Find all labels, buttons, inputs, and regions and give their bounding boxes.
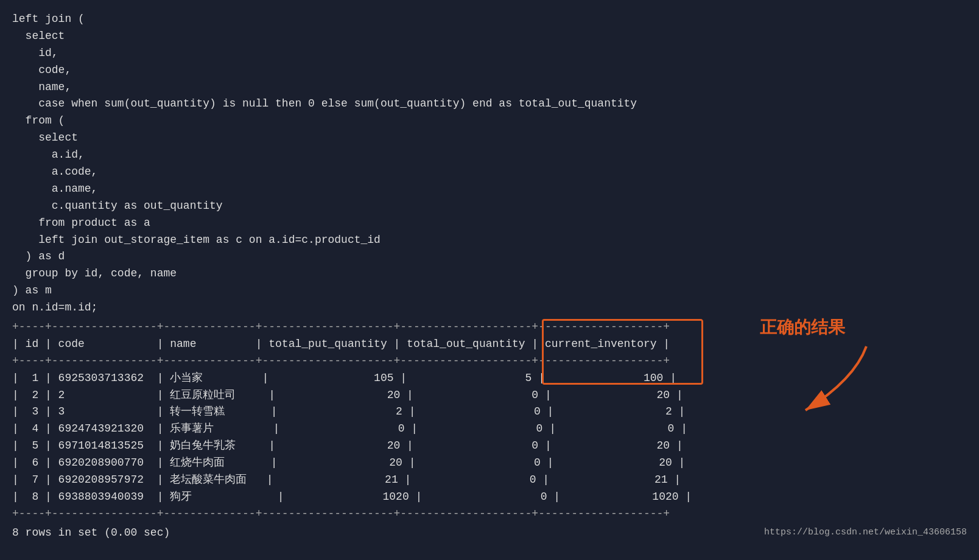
annotation-label: 正确的结果 (760, 316, 845, 339)
code-section: left join ( select id, code, name, case … (0, 6, 979, 319)
footer-url: https://blog.csdn.net/weixin_43606158 (764, 527, 967, 537)
code-line-6: case when sum(out_quantity) is null then… (12, 96, 967, 113)
code-line-12: c.quantity as out_quantity (12, 198, 967, 215)
code-line-13: from product as a (12, 215, 967, 232)
code-line-11: a.name, (12, 181, 967, 198)
code-line-4: code, (12, 62, 967, 79)
code-line-7: from ( (12, 113, 967, 130)
footer-status: 8 rows in set (0.00 sec) (12, 527, 170, 539)
code-line-3: id, (12, 45, 967, 62)
table-row: | 8 | 6938803940039 | 狗牙 | 1020 | 0 | 10… (12, 489, 967, 506)
code-line-16: group by id, code, name (12, 265, 967, 282)
code-line-8: select (12, 130, 967, 147)
code-line-10: a.code, (12, 164, 967, 181)
code-line-14: left join out_storage_item as c on a.id=… (12, 232, 967, 249)
code-line-18: on n.id=m.id; (12, 299, 967, 317)
code-line-15: ) as d (12, 248, 967, 265)
table-wrapper: 正确的结果 +----+----------------+-----------… (0, 319, 979, 523)
main-container: left join ( select id, code, name, case … (0, 0, 979, 560)
annotation-arrow (769, 343, 891, 422)
code-line-9: a.id, (12, 147, 967, 164)
table-row: | 4 | 6924743921320 | 乐事薯片 | 0 | 0 | 0 | (12, 421, 967, 438)
table-bottom-divider: +----+----------------+--------------+--… (12, 506, 967, 523)
code-line-17: ) as m (12, 282, 967, 299)
code-line-5: name, (12, 79, 967, 96)
table-row: | 7 | 6920208957972 | 老坛酸菜牛肉面 | 21 | 0 |… (12, 472, 967, 489)
code-line-1: left join ( (12, 11, 967, 28)
table-row: | 6 | 6920208900770 | 红烧牛肉面 | 20 | 0 | 2… (12, 455, 967, 472)
code-line-2: select (12, 28, 967, 45)
footer-bar: 8 rows in set (0.00 sec) https://blog.cs… (0, 523, 979, 542)
table-row: | 5 | 6971014813525 | 奶白兔牛乳茶 | 20 | 0 | … (12, 438, 967, 455)
